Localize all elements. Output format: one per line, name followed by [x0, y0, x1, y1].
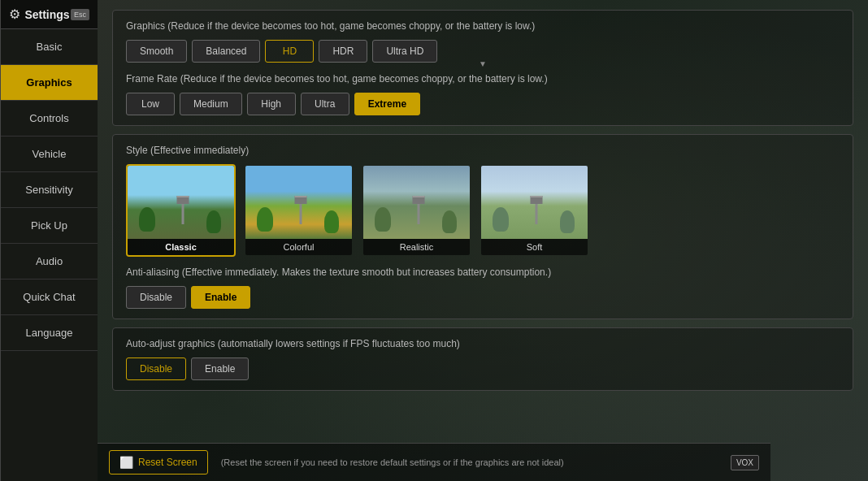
style-soft-thumb[interactable]: Soft	[480, 164, 589, 257]
style-classic-thumb[interactable]: Classic	[126, 164, 236, 257]
quality-hd-button[interactable]: HD	[265, 40, 314, 63]
style-label: Style (Effective immediately)	[126, 145, 840, 156]
framerate-label: Frame Rate (Reduce if the device becomes…	[126, 73, 840, 84]
framerate-buttons: Low Medium High Ultra Extreme	[126, 93, 840, 115]
tree-right-icon	[206, 210, 221, 233]
main-content: Graphics (Reduce if the device becomes t…	[98, 0, 868, 481]
style-colorful-label: Colorful	[245, 239, 352, 255]
tree-left-icon	[493, 207, 509, 232]
tree-left-icon	[257, 207, 273, 232]
sidebar-item-language[interactable]: Language	[1, 315, 98, 351]
style-classic-label: Classic	[128, 239, 234, 255]
reset-label: Reset Screen	[138, 457, 197, 468]
tower-icon	[417, 196, 419, 224]
antialiasing-enable-button[interactable]: Enable	[191, 286, 250, 309]
sidebar-item-graphics[interactable]: Graphics	[1, 65, 98, 101]
framerate-low-button[interactable]: Low	[126, 93, 175, 115]
tower-icon	[181, 196, 184, 224]
style-soft-image	[481, 166, 589, 239]
tower-icon	[299, 196, 302, 224]
style-section: Style (Effective immediately) Classic Co…	[112, 134, 853, 319]
tree-left-icon	[375, 207, 391, 232]
style-grid: Classic Colorful Realistic	[126, 164, 840, 257]
reset-icon: ⬜	[119, 456, 133, 469]
sidebar-item-basic[interactable]: Basic	[1, 29, 98, 65]
tower-icon	[535, 196, 537, 224]
framerate-ultra-button[interactable]: Ultra	[301, 93, 349, 115]
vox-badge: VOX	[731, 455, 759, 470]
framerate-high-button[interactable]: High	[247, 93, 296, 115]
style-realistic-label: Realistic	[363, 239, 470, 255]
autoadjust-enable-button[interactable]: Enable	[191, 358, 249, 380]
antialiasing-buttons: Disable Enable	[126, 286, 840, 309]
tree-left-icon	[139, 207, 155, 232]
sidebar-item-vehicle[interactable]: Vehicle	[1, 136, 98, 172]
gear-icon: ⚙	[9, 6, 20, 22]
reset-bar: ⬜ Reset Screen (Reset the screen if you …	[98, 443, 770, 481]
tree-right-icon	[560, 210, 575, 233]
autoadjust-label: Auto-adjust graphics (automatially lower…	[126, 338, 840, 349]
sidebar-item-controls[interactable]: Controls	[1, 101, 98, 136]
quality-hdr-button[interactable]: HDR	[319, 40, 367, 63]
style-colorful-thumb[interactable]: Colorful	[244, 164, 354, 257]
reset-hint: (Reset the screen if you need to restore…	[221, 457, 564, 467]
style-realistic-image	[363, 166, 471, 239]
sidebar-item-sensitivity[interactable]: Sensitivity	[1, 172, 98, 208]
quality-balanced-button[interactable]: Balanced	[192, 40, 260, 63]
antialiasing-label: Anti-aliasing (Effective immediately. Ma…	[126, 266, 840, 278]
sidebar-title: Settings	[24, 8, 69, 21]
sidebar-item-pickup[interactable]: Pick Up	[1, 208, 98, 244]
framerate-extreme-button[interactable]: Extreme	[354, 93, 420, 115]
reset-screen-button[interactable]: ⬜ Reset Screen	[109, 450, 208, 474]
sidebar-item-quickchat[interactable]: Quick Chat	[1, 280, 98, 315]
style-realistic-thumb[interactable]: Realistic	[362, 164, 471, 257]
antialiasing-disable-button[interactable]: Disable	[126, 286, 186, 309]
autoadjust-buttons: Disable Enable	[126, 358, 840, 380]
esc-label[interactable]: Esc	[71, 9, 89, 20]
sidebar-header: ⚙ Settings Esc	[1, 0, 98, 29]
style-classic-image	[128, 166, 236, 239]
sidebar-item-audio[interactable]: Audio	[1, 244, 98, 280]
graphics-quality-label: Graphics (Reduce if the device becomes t…	[126, 20, 840, 32]
framerate-medium-button[interactable]: Medium	[180, 93, 242, 115]
tree-right-icon	[324, 210, 339, 233]
quality-smooth-button[interactable]: Smooth	[126, 40, 187, 63]
tree-right-icon	[442, 210, 457, 233]
sidebar: ⚙ Settings Esc Basic Graphics Controls V…	[0, 0, 98, 481]
style-soft-label: Soft	[481, 239, 588, 255]
quality-ultrahd-button[interactable]: Ultra HD	[372, 40, 437, 63]
autoadjust-section: Auto-adjust graphics (automatially lower…	[112, 327, 853, 391]
style-colorful-image	[245, 166, 354, 239]
autoadjust-disable-button[interactable]: Disable	[126, 358, 186, 380]
graphics-quality-section: Graphics (Reduce if the device becomes t…	[112, 10, 853, 126]
